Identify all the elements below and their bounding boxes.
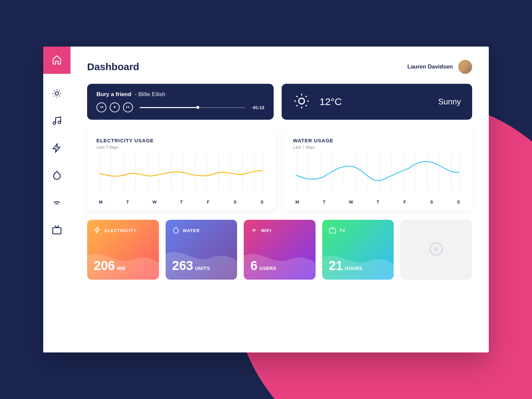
sidebar [43,47,70,352]
sidebar-item-music[interactable] [43,108,70,135]
card-subtitle: Last 7 days [293,145,463,150]
sun-icon [52,88,62,100]
header: Dashboard Lauren Davidsen [87,60,472,74]
tv-icon [52,225,62,236]
plus-icon [429,242,444,258]
progress-bar[interactable] [140,107,245,108]
weather-condition: Sunny [438,97,461,106]
wave-decoration [244,220,316,280]
song-name: Bury a friend [96,91,131,97]
day-label: S [260,200,264,204]
day-label: F [206,200,210,204]
app-window: Dashboard Lauren Davidsen Bury a friend … [43,47,489,352]
day-label: T [125,200,130,204]
forward-button[interactable] [123,102,133,112]
day-label: T [322,200,327,204]
page-title: Dashboard [87,61,139,72]
svg-point-2 [58,121,61,124]
water-chart [293,154,463,197]
music-icon [52,116,62,127]
svg-point-0 [55,92,59,95]
play-button[interactable] [110,102,120,112]
svg-point-4 [299,98,304,104]
svg-point-1 [53,122,56,125]
svg-rect-3 [53,228,61,234]
day-label: S [429,200,434,204]
day-label: S [456,200,461,204]
temperature: 12°C [320,96,342,107]
day-label: T [179,200,184,204]
play-icon [113,104,117,110]
wave-decoration [87,220,159,280]
stat-tiles: ELECTRICITY 206 MW WATER 263 UNITS [87,220,472,280]
bolt-icon [52,143,62,154]
user-profile[interactable]: Lauren Davidsen [407,60,472,74]
day-label: M [98,200,103,204]
main-content: Dashboard Lauren Davidsen Bury a friend … [70,47,489,352]
music-title: Bury a friend - Billie Eilish [96,91,264,98]
droplet-icon [52,170,62,182]
chart-labels: M T W T F S S [96,200,266,204]
day-label: F [402,200,407,204]
sidebar-item-water[interactable] [43,162,70,190]
sun-icon [293,92,310,111]
weather-card: 12°C Sunny [282,84,472,120]
sidebar-item-home[interactable] [43,47,70,74]
card-title: ELECTRICITY USAGE [96,138,266,143]
rewind-button[interactable] [96,102,106,112]
user-name: Lauren Davidsen [407,64,453,70]
day-label: W [349,200,353,204]
card-title: WATER USAGE [293,138,463,143]
day-label: T [375,200,380,204]
wifi-icon [52,198,62,209]
sidebar-item-electricity[interactable] [43,135,70,162]
tile-tv[interactable]: TV 21 HOURS [322,220,394,280]
electricity-chart [96,154,266,197]
tile-add[interactable] [400,220,472,280]
tile-water[interactable]: WATER 263 UNITS [166,220,237,280]
sidebar-item-weather[interactable] [43,80,70,108]
chart-labels: M T W T F S S [293,200,463,204]
day-label: W [152,200,157,204]
music-player-card: Bury a friend - Billie Eilish -01:12 [87,84,274,120]
wave-decoration [322,220,394,280]
time-remaining: -01:12 [252,105,264,110]
forward-icon [126,104,130,110]
home-icon [52,55,62,66]
music-controls: -01:12 [96,102,264,112]
sidebar-item-wifi[interactable] [43,190,70,217]
electricity-usage-card: ELECTRICITY USAGE Last 7 days M T W T F [87,129,276,210]
tile-electricity[interactable]: ELECTRICITY 206 MW [87,220,159,280]
artist-name: - Billie Eilish [135,91,166,97]
day-label: M [295,200,300,204]
avatar [458,60,472,74]
wave-decoration [166,220,237,280]
sidebar-item-tv[interactable] [43,217,70,244]
day-label: S [233,200,237,204]
water-usage-card: WATER USAGE Last 7 days M T W T F [284,129,472,210]
rewind-icon [99,104,103,110]
card-subtitle: Last 7 days [96,145,266,150]
tile-wifi[interactable]: WIFI 6 USERS [244,220,316,280]
